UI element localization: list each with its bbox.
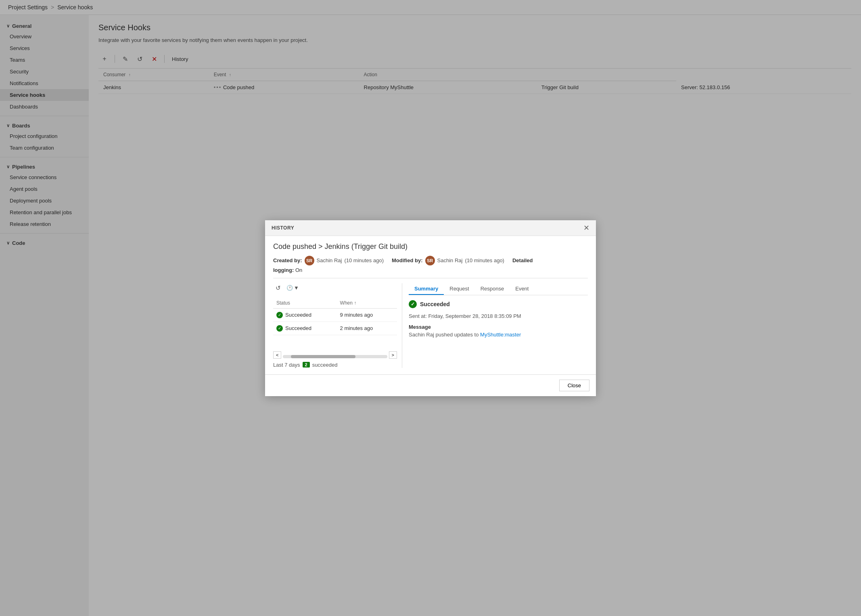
history-when-2: 2 minutes ago [337, 322, 397, 335]
history-filter-button[interactable]: 🕐 ▼ [286, 285, 299, 291]
history-table: Status When ↑ [273, 298, 397, 335]
detail-message-link[interactable]: MyShuttle:master [480, 332, 521, 338]
check-icon-2: ✓ [276, 325, 283, 332]
history-when-1: 9 minutes ago [337, 308, 397, 322]
modal-content-area: ↺ 🕐 ▼ Status When [273, 283, 588, 368]
modal-body: Code pushed > Jenkins (Trigger Git build… [265, 236, 596, 374]
horizontal-scrollbar[interactable] [283, 355, 387, 358]
history-row-1[interactable]: ✓ Succeeded 9 minutes ago [273, 308, 397, 322]
history-left-panel: ↺ 🕐 ▼ Status When [273, 283, 402, 368]
history-summary: Last 7 days 2 succeeded [273, 362, 397, 368]
check-icon-1: ✓ [276, 312, 283, 318]
scroll-left-button[interactable]: < [273, 351, 281, 359]
succeeded-count-badge: 2 [303, 362, 310, 368]
modal-meta: Created by: SR Sachin Raj (10 minutes ag… [273, 256, 588, 265]
last-days-label: Last 7 days [273, 362, 300, 368]
close-button[interactable]: Close [559, 380, 589, 391]
modified-by-avatar: SR [425, 256, 435, 265]
history-col-status: Status [273, 298, 337, 309]
detail-status-label: Succeeded [420, 301, 450, 307]
detailed-label: Detailed [512, 257, 533, 263]
logging-line: logging: On [273, 267, 588, 273]
detail-message-prefix: Sachin Raj pushed updates to [409, 332, 480, 338]
scroll-nav: < > [273, 351, 397, 359]
tab-response[interactable]: Response [475, 283, 510, 295]
modal-title: HISTORY [272, 225, 294, 231]
history-status-1: ✓ Succeeded [273, 308, 337, 322]
history-col-when[interactable]: When ↑ [337, 298, 397, 309]
tab-summary[interactable]: Summary [409, 283, 444, 295]
created-by-label: Created by: [273, 257, 302, 263]
modified-by-name: Sachin Raj [437, 257, 463, 263]
detail-tabs: Summary Request Response Event [409, 283, 588, 295]
tab-event[interactable]: Event [510, 283, 534, 295]
scrollbar-area: < > [273, 351, 397, 359]
detail-check-icon: ✓ [409, 300, 417, 308]
scroll-thumb [291, 355, 355, 358]
detail-message-label: Message [409, 324, 588, 330]
sort-when-icon: ↑ [354, 300, 356, 306]
logging-label: logging: [273, 267, 294, 273]
left-panel-toolbar: ↺ 🕐 ▼ [273, 283, 397, 293]
modified-by-label: Modified by: [392, 257, 423, 263]
modal-close-button[interactable]: ✕ [583, 224, 589, 232]
succeeded-label: succeeded [312, 362, 338, 368]
created-by-time: (10 minutes ago) [344, 257, 384, 263]
history-row-2[interactable]: ✓ Succeeded 2 minutes ago [273, 322, 397, 335]
modal-footer: Close [265, 374, 596, 396]
detail-content: ✓ Succeeded Sent at: Friday, September 2… [409, 300, 588, 338]
modal-divider [273, 278, 588, 278]
modified-by-time: (10 minutes ago) [465, 257, 504, 263]
detail-status: ✓ Succeeded [409, 300, 588, 308]
created-by-avatar: SR [305, 256, 314, 265]
detail-sent-at: Sent at: Friday, September 28, 2018 8:35… [409, 313, 588, 319]
detail-right-panel: Summary Request Response Event ✓ Succeed… [402, 283, 588, 368]
scroll-right-button[interactable]: > [389, 351, 397, 359]
modal-dialog: HISTORY ✕ Code pushed > Jenkins (Trigger… [265, 220, 596, 396]
created-by-block: Created by: SR Sachin Raj (10 minutes ag… [273, 256, 384, 265]
detailed-block: Detailed [512, 257, 533, 263]
modal-overlay[interactable]: HISTORY ✕ Code pushed > Jenkins (Trigger… [0, 0, 861, 616]
tab-request[interactable]: Request [444, 283, 474, 295]
detail-message-text: Sachin Raj pushed updates to MyShuttle:m… [409, 332, 588, 338]
history-status-2: ✓ Succeeded [273, 322, 337, 335]
history-refresh-button[interactable]: ↺ [273, 283, 283, 293]
logging-value: On [295, 267, 302, 273]
created-by-name: Sachin Raj [317, 257, 342, 263]
modal-header: HISTORY ✕ [265, 220, 596, 236]
modified-by-block: Modified by: SR Sachin Raj (10 minutes a… [392, 256, 504, 265]
modal-hook-title: Code pushed > Jenkins (Trigger Git build… [273, 242, 588, 251]
